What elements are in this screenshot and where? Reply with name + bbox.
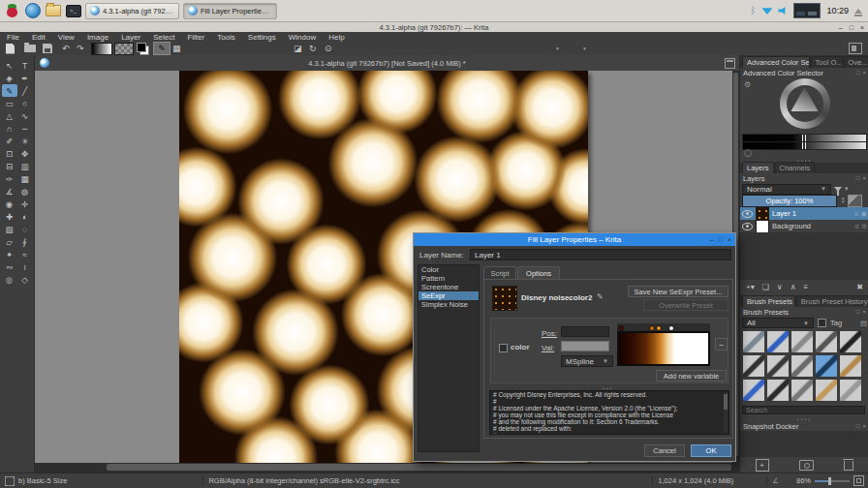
volume-icon[interactable] xyxy=(778,7,788,15)
generator-type-color[interactable]: Color xyxy=(418,265,479,274)
tool-assistants-icon[interactable]: ✛ xyxy=(17,198,33,210)
tool-pattern-edit-icon[interactable]: ▦ xyxy=(17,172,33,185)
inherit-alpha-icon[interactable]: α xyxy=(854,223,858,230)
lock-layer-icon[interactable]: ▣ xyxy=(861,210,867,218)
tab-brush-preset-history[interactable]: Brush Preset History xyxy=(796,295,868,307)
tool-dynamic-brush-icon[interactable]: ✐ xyxy=(2,135,17,147)
brush-preset-tile[interactable] xyxy=(742,330,765,353)
tab-overview[interactable]: Ove... xyxy=(844,56,868,68)
gradient-preview[interactable] xyxy=(617,331,710,366)
tab-layers[interactable]: Layers xyxy=(742,162,774,173)
color-wheel[interactable] xyxy=(780,78,830,129)
tool-gradient-icon[interactable]: ▥ xyxy=(17,160,33,172)
add-new-variable-button[interactable]: Add new variable xyxy=(656,370,727,381)
brush-preset-tile[interactable] xyxy=(815,354,838,378)
float-docker-icon[interactable]: □ xyxy=(856,175,860,181)
edit-brush-settings-button[interactable]: ✎ xyxy=(153,43,170,54)
brush-preset-tile[interactable] xyxy=(790,354,814,378)
ok-button[interactable]: OK xyxy=(691,444,731,457)
tool-bezier-curve-icon[interactable]: ∩ xyxy=(2,122,17,135)
cancel-button[interactable]: Cancel xyxy=(644,444,685,457)
terminal-launcher[interactable]: >_ xyxy=(65,3,81,19)
canvas-horizontal-scrollbar[interactable] xyxy=(35,463,739,473)
mirror-vertical-options[interactable]: ▼ xyxy=(582,43,587,54)
menu-window[interactable]: Window xyxy=(289,33,316,42)
float-docker-icon[interactable]: □ xyxy=(856,423,860,429)
close-docker-icon[interactable]: × xyxy=(862,175,866,181)
tool-rectangle-icon[interactable]: ▭ xyxy=(2,97,17,109)
search-input[interactable] xyxy=(742,406,865,414)
next-variable-arrow-button[interactable]: → xyxy=(715,338,728,351)
choose-brush-preset-button[interactable]: ▦ xyxy=(172,43,181,54)
tool-fill-icon[interactable]: ◍ xyxy=(17,185,33,198)
inherit-alpha-icon[interactable]: α xyxy=(854,210,858,218)
minimize-button[interactable]: – xyxy=(839,24,843,31)
close-docker-icon[interactable]: × xyxy=(862,423,866,429)
foreground-background-color[interactable] xyxy=(137,43,149,54)
tool-enclose-fill-icon[interactable]: ◉ xyxy=(2,198,17,210)
dialog-close-button[interactable]: × xyxy=(728,236,731,243)
dialog-maximize-button[interactable]: □ xyxy=(719,236,723,243)
brush-preset-tile[interactable] xyxy=(815,330,838,353)
document-subwindow-titlebar[interactable]: 4.3.1-alpha (git 79267b7) [Not Saved] (4… xyxy=(35,55,739,72)
script-text-area[interactable]: # Copyright Disney Enterprises, Inc. All… xyxy=(489,390,729,435)
app-menu-button[interactable] xyxy=(4,3,20,19)
tool-polygon-icon[interactable]: △ xyxy=(2,109,17,122)
brush-preset-tile[interactable] xyxy=(790,330,814,353)
brush-preset-tile[interactable] xyxy=(766,379,790,402)
brush-preset-tile[interactable] xyxy=(790,379,814,402)
move-layer-down-icon[interactable]: ∨ xyxy=(777,283,783,291)
advanced-color-selector[interactable]: ⚙ xyxy=(740,77,868,134)
tool-text-icon[interactable]: T xyxy=(17,59,33,72)
mirror-horizontal-options[interactable]: ▼ xyxy=(555,43,560,54)
layer-filter-options-icon[interactable]: ▾ xyxy=(845,185,849,193)
layer-row-layer1[interactable]: Layer 1 α▣ xyxy=(740,207,868,220)
layer-row-background[interactable]: Background α⚙ xyxy=(740,220,868,232)
tool-select-elliptical-icon[interactable]: ◌ xyxy=(17,223,33,235)
brush-preset-tile[interactable] xyxy=(766,354,790,378)
duplicate-layer-icon[interactable]: ❏ xyxy=(762,283,769,291)
generator-type-seexpr[interactable]: SeExpr xyxy=(418,291,479,300)
menu-file[interactable]: File xyxy=(7,33,19,42)
wifi-icon[interactable] xyxy=(761,7,772,15)
tool-select-polygonal-icon[interactable]: ▱ xyxy=(2,235,17,248)
zoom-slider[interactable] xyxy=(815,480,850,482)
add-layer-button[interactable]: +▾ xyxy=(746,283,755,291)
visibility-eye-icon[interactable] xyxy=(742,210,753,218)
tool-move-icon[interactable]: ✥ xyxy=(17,147,33,160)
seexpr-preset-thumbnail[interactable] xyxy=(492,286,517,311)
create-snapshot-button[interactable]: + xyxy=(756,459,769,472)
tool-smart-patch-icon[interactable]: ✚ xyxy=(2,210,17,223)
detach-canvas-button[interactable]: ⊙ xyxy=(325,43,332,54)
tab-script[interactable]: Script xyxy=(483,266,516,279)
menu-layer[interactable]: Layer xyxy=(121,33,140,42)
tab-tool-options[interactable]: Tool O... xyxy=(811,56,843,68)
new-document-button[interactable] xyxy=(6,43,15,54)
tool-multibrush-icon[interactable]: ✳ xyxy=(17,135,33,147)
scrollbar-thumb[interactable] xyxy=(107,464,731,471)
dialog-titlebar[interactable]: Fill Layer Properties – Krita – □ × xyxy=(414,233,735,246)
pos-input[interactable] xyxy=(561,326,609,337)
tab-channels[interactable]: Channels xyxy=(775,162,816,173)
brush-preset-tile[interactable] xyxy=(839,379,862,402)
move-layer-up-icon[interactable]: ∧ xyxy=(790,283,796,291)
eject-icon[interactable] xyxy=(854,9,862,14)
brush-preset-tile[interactable] xyxy=(815,379,838,402)
visibility-eye-icon[interactable] xyxy=(742,223,753,230)
layer-list-empty-area[interactable] xyxy=(740,232,868,280)
tool-freehand-path-icon[interactable]: ∽ xyxy=(17,122,33,135)
close-docker-icon[interactable]: × xyxy=(862,309,866,315)
redo-button[interactable]: ↷ xyxy=(77,43,84,54)
brush-preset-tile[interactable] xyxy=(742,354,765,378)
tool-select-contiguous-icon[interactable]: ✦ xyxy=(2,248,17,260)
menu-settings[interactable]: Settings xyxy=(248,33,276,42)
layer-name-input[interactable]: Layer 1 xyxy=(470,249,731,260)
dialog-minimize-button[interactable]: – xyxy=(710,236,714,243)
taskbar-tab-fill-layer-dialog[interactable]: Fill Layer Properties –... xyxy=(183,3,277,19)
tool-color-sampler-icon[interactable]: ✑ xyxy=(2,172,17,185)
tool-colorize-mask-icon[interactable]: ◐ xyxy=(17,210,33,223)
file-manager-launcher[interactable] xyxy=(45,3,61,19)
close-docker-icon[interactable]: × xyxy=(862,70,866,76)
delete-layer-icon[interactable]: ✖ xyxy=(856,283,863,291)
tool-freehand-brush-icon[interactable]: ✎ xyxy=(2,84,17,97)
